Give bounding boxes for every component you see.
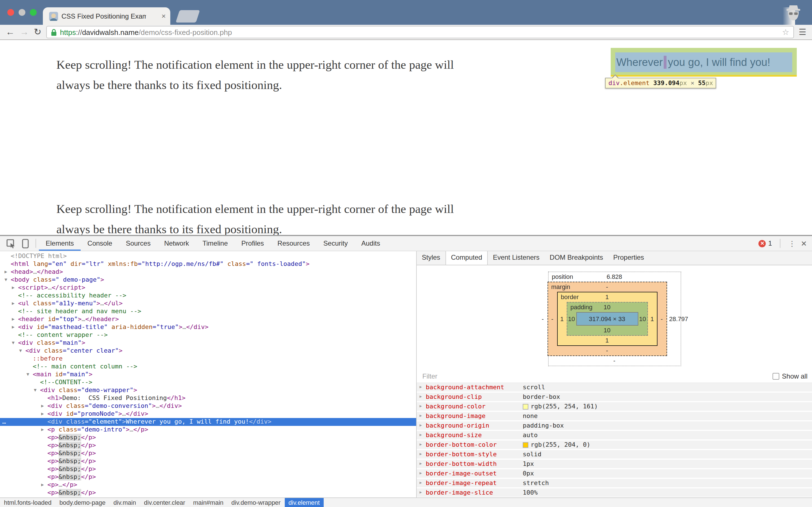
breadcrumb-item[interactable]: div.center.clear <box>140 498 189 507</box>
sidebar-tab-computed[interactable]: Computed <box>445 251 488 265</box>
disclosure-arrow-icon[interactable]: ▶ <box>12 323 18 331</box>
breadcrumb-item[interactable]: div.element <box>285 498 324 507</box>
tree-row[interactable]: ▼<body class=" demo-page"> <box>0 276 416 284</box>
computed-property-row[interactable]: ▶border-image-slice100% <box>417 489 812 497</box>
chrome-menu-icon[interactable]: ☰ <box>799 27 806 37</box>
tree-row[interactable]: ▶<div id="promoNode">…</div> <box>0 410 416 418</box>
tree-row[interactable]: ▼<div class="main"> <box>0 339 416 347</box>
reload-button[interactable]: ↻ <box>34 27 42 37</box>
tree-row[interactable]: ▶<header id="top">…</header> <box>0 316 416 323</box>
tree-row[interactable]: <!-- content wrapper --> <box>0 331 416 339</box>
device-toolbar-icon[interactable] <box>18 237 33 249</box>
disclosure-arrow-icon[interactable]: ▶ <box>41 481 47 489</box>
tree-row[interactable]: <h1>Demo: CSS Fixed Positioning</h1> <box>0 394 416 402</box>
devtools-tab-timeline[interactable]: Timeline <box>196 236 235 251</box>
tree-row[interactable]: ▶<p>…</p> <box>0 481 416 489</box>
computed-property-row[interactable]: ▶border-bottom-stylesolid <box>417 450 812 460</box>
breadcrumb-item[interactable]: main#main <box>189 498 227 507</box>
tree-row[interactable]: <!DOCTYPE html> <box>0 252 416 260</box>
window-minimize-button[interactable] <box>18 9 26 16</box>
tree-row[interactable]: ::before <box>0 355 416 363</box>
breadcrumb-item[interactable]: div.main <box>109 498 140 507</box>
tree-row[interactable]: <p>&nbsp;</p> <box>0 434 416 442</box>
disclosure-arrow-icon[interactable]: ▶ <box>12 284 18 292</box>
inspect-element-icon[interactable] <box>3 237 18 249</box>
tree-row[interactable]: <!-- site header and nav menu --> <box>0 307 416 316</box>
computed-property-row[interactable]: ▶border-image-repeatstretch <box>417 479 812 489</box>
tree-row[interactable]: ▼<div class="center clear"> <box>0 347 416 355</box>
devtools-tab-console[interactable]: Console <box>81 236 119 251</box>
disclosure-arrow-icon[interactable]: ▶ <box>12 300 18 307</box>
computed-property-row[interactable]: ▶background-sizeauto <box>417 431 812 441</box>
tree-row[interactable]: <p>&nbsp;</p> <box>0 450 416 457</box>
devtools-tab-resources[interactable]: Resources <box>271 236 317 251</box>
disclosure-arrow-icon[interactable]: ▼ <box>12 339 18 347</box>
disclosure-arrow-icon[interactable]: ▼ <box>4 276 11 284</box>
window-zoom-button[interactable] <box>30 9 37 16</box>
devtools-tab-audits[interactable]: Audits <box>355 236 387 251</box>
tree-row[interactable]: <p>&nbsp;</p> <box>0 457 416 465</box>
tree-row[interactable]: <!-- main content column --> <box>0 363 416 371</box>
devtools-tab-security[interactable]: Security <box>317 236 355 251</box>
tree-row[interactable]: ▶<script>…</script> <box>0 284 416 292</box>
tree-row[interactable]: <p>&nbsp;</p> <box>0 473 416 481</box>
tree-row[interactable]: <html lang="en" dir="ltr" xmlns:fb="http… <box>0 260 416 268</box>
address-bar[interactable]: https://davidwalsh.name/demo/css-fixed-p… <box>47 26 794 38</box>
tree-row[interactable]: ▼<main id="main"> <box>0 371 416 379</box>
computed-property-row[interactable]: ▶background-originpadding-box <box>417 421 812 431</box>
computed-property-row[interactable]: ▶border-image-outset0px <box>417 469 812 479</box>
tree-row[interactable]: <p>&nbsp;</p> <box>0 489 416 497</box>
show-all-checkbox[interactable] <box>772 373 779 380</box>
window-close-button[interactable] <box>7 9 14 16</box>
tree-row[interactable]: <p>&nbsp;</p> <box>0 497 416 497</box>
devtools-tab-sources[interactable]: Sources <box>119 236 157 251</box>
filter-input[interactable] <box>421 372 772 381</box>
disclosure-arrow-icon[interactable]: ▶ <box>4 268 11 276</box>
bookmark-star-icon[interactable]: ☆ <box>782 27 789 37</box>
tree-row[interactable]: <p>&nbsp;</p> <box>0 442 416 450</box>
disclosure-arrow-icon[interactable]: ▶ <box>41 402 47 410</box>
disclosure-arrow-icon[interactable]: ▼ <box>34 386 40 394</box>
tree-row[interactable]: ▶<p class="demo-intro">…</p> <box>0 426 416 434</box>
sidebar-tab-dom-breakpoints[interactable]: DOM Breakpoints <box>545 251 608 265</box>
error-count-badge[interactable]: ✕1 <box>759 239 772 247</box>
disclosure-arrow-icon[interactable]: ▶ <box>12 316 18 323</box>
sidebar-tab-styles[interactable]: Styles <box>417 251 445 265</box>
back-button[interactable]: ← <box>6 27 15 37</box>
sidebar-tab-event-listeners[interactable]: Event Listeners <box>488 251 545 265</box>
breadcrumb-item[interactable]: body.demo-page <box>56 498 110 507</box>
computed-property-row[interactable]: ▶background-attachmentscroll <box>417 383 812 393</box>
tree-row[interactable]: …<div class="element">Wherever you go, I… <box>0 418 416 426</box>
tree-row[interactable]: ▶<div class="demo-conversion">…</div> <box>0 402 416 410</box>
computed-property-row[interactable]: ▶background-colorrgb(255, 254, 161) <box>417 402 812 412</box>
disclosure-arrow-icon[interactable]: ▼ <box>19 347 26 355</box>
browser-tab[interactable]: CSS Fixed Positioning Exam × <box>43 7 170 25</box>
computed-property-row[interactable]: ▶background-clipborder-box <box>417 393 812 402</box>
inspected-notification-element[interactable]: Whereveryou go, I will find you! <box>611 48 797 76</box>
devtools-tab-profiles[interactable]: Profiles <box>235 236 271 251</box>
tree-row[interactable]: ▶<ul class="a11y-menu">…</ul> <box>0 300 416 307</box>
devtools-tab-elements[interactable]: Elements <box>39 236 81 251</box>
devtools-close-icon[interactable]: ✕ <box>801 239 807 247</box>
tree-row[interactable]: ▼<div class="demo-wrapper"> <box>0 386 416 394</box>
devtools-menu-icon[interactable]: ⋮ <box>788 239 796 247</box>
new-tab-button[interactable] <box>175 10 200 22</box>
devtools-tab-network[interactable]: Network <box>157 236 196 251</box>
tab-close-icon[interactable]: × <box>161 7 166 25</box>
tree-row[interactable]: <!--CONTENT--> <box>0 379 416 386</box>
tree-row[interactable]: ▶<head>…</head> <box>0 268 416 276</box>
computed-property-row[interactable]: ▶border-bottom-width1px <box>417 460 812 469</box>
computed-property-row[interactable]: ▶border-bottom-colorrgb(255, 204, 0) <box>417 441 812 450</box>
tree-row[interactable]: <!-- accessibility header --> <box>0 292 416 300</box>
tree-row[interactable]: ▶<div id="masthead-title" aria-hidden="t… <box>0 323 416 331</box>
breadcrumb-item[interactable]: div.demo-wrapper <box>227 498 285 507</box>
tree-row[interactable]: <p>&nbsp;</p> <box>0 465 416 473</box>
breadcrumb-item[interactable]: html.fonts-loaded <box>0 498 56 507</box>
disclosure-arrow-icon[interactable]: ▶ <box>41 410 47 418</box>
forward-button[interactable]: → <box>20 27 29 37</box>
sidebar-tab-properties[interactable]: Properties <box>608 251 649 265</box>
disclosure-arrow-icon[interactable]: ▼ <box>27 371 33 379</box>
show-all-control[interactable]: Show all <box>772 372 808 380</box>
computed-property-row[interactable]: ▶background-imagenone <box>417 412 812 421</box>
disclosure-arrow-icon[interactable]: ▶ <box>41 426 47 434</box>
